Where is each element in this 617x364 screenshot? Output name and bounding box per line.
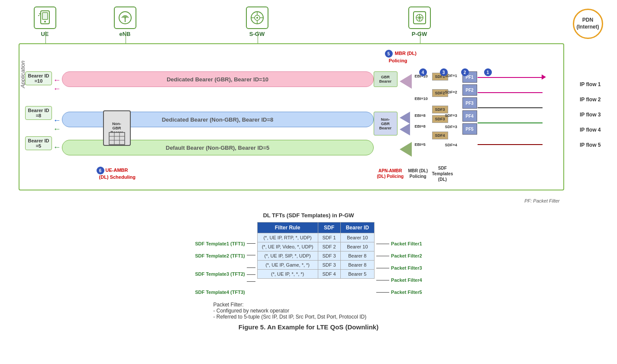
sgw-icon [246, 6, 268, 29]
ebi-5: EBI=5 [415, 142, 426, 147]
table-row: (*, UE IP, Game, *, *) SDF 3 Bearer 8 [257, 261, 374, 270]
pf-note-title: Packet Filter: [213, 302, 439, 308]
flow3-line [478, 107, 543, 108]
conn-2 [247, 255, 255, 255]
flow1-arrow [542, 74, 546, 80]
cell-bearer-1: Bearer 10 [340, 233, 374, 242]
mbr-dl-policing-label: MBR (DL)Policing [408, 168, 428, 179]
ip-flow-5-label: IP flow 5 [580, 142, 601, 148]
cell-bearer-5: Bearer 5 [340, 270, 374, 279]
apn-ambr-label: APN-AMBR(DL) Policing [377, 168, 404, 179]
svg-rect-1 [42, 13, 48, 19]
bearer-id-3: Bearer ID=5 [25, 136, 52, 150]
step2-area: 2 [461, 68, 469, 76]
ue-vline [45, 31, 46, 43]
nongbr-bearer-pgw: Non-GBRBearer [374, 112, 397, 135]
pf-note-line2: - Referred to 5-tuple (Src IP, Dst IP, S… [213, 314, 439, 320]
pdn-circle: PDN (Internet) [573, 9, 603, 39]
gbr-bearer-pgw: GBRBearer [374, 71, 397, 87]
flow-arrow-bearer3-left: ← [53, 143, 61, 152]
sdf-r4: SDF=3 [445, 125, 457, 129]
cell-filter-3: (*, UE IP, SIP, *, UDP) [257, 251, 318, 261]
node-ue: UE [34, 6, 56, 37]
sdf-box-5: SDF4 [432, 132, 448, 139]
node-enb: eNB [114, 6, 136, 37]
ue-icon [34, 6, 56, 29]
table-title: DL TFTs (SDF Templates) in P-GW [92, 212, 525, 219]
triangle-bearer2b [400, 123, 410, 135]
pf5: PF5 [462, 123, 477, 135]
conn-1 [247, 243, 255, 244]
ebi-4: EBI=8 [415, 124, 426, 129]
step5-area: 5 MBR (DL) Policing [385, 50, 417, 64]
flow1-line [478, 77, 543, 78]
col-sdf: SDF [318, 222, 340, 233]
pf-labels-right: Packet Filter1 Packet Filter2 Packet Fil… [376, 222, 422, 298]
pf-right-conn-5: Packet Filter5 [376, 286, 422, 298]
svg-point-2 [44, 21, 46, 23]
bearer-bar-1: Dedicated Bearer (GBR), Bearer ID=10 [62, 71, 374, 87]
triangle-bearer1 [400, 74, 412, 89]
figure-caption: Figure 5. An Example for LTE QoS (Downli… [4, 323, 613, 331]
node-pgw: P-GW [408, 6, 431, 37]
tft-label-1: SDF Template1 (TFT1) [195, 238, 245, 250]
pf-right-conn-2: Packet Filter2 [376, 250, 422, 262]
flow4-line [478, 122, 543, 123]
tft-labels-left: SDF Template1 (TFT1) SDF Template2 (TFT1… [195, 222, 245, 298]
table-row: (*, UE IP, Video, *, UDP) SDF 2 Bearer 1… [257, 242, 374, 251]
pf-right-conn-3: Packet Filter3 [376, 262, 422, 274]
step1-area: 1 [484, 68, 492, 76]
cell-filter-5: (*, UE IP, *, *, *) [257, 270, 318, 279]
sdf-r2: SDF=2 [445, 90, 457, 94]
flow2-line [478, 92, 543, 93]
pf-column: PF1 PF2 PF3 PF4 PF5 [462, 71, 477, 135]
step2-badge: 2 [461, 68, 469, 76]
cell-bearer-4: Bearer 8 [340, 261, 374, 270]
cell-sdf-5: SDF 4 [318, 270, 340, 279]
ip-flow-4-label: IP flow 4 [580, 127, 601, 133]
svg-rect-4 [38, 15, 39, 16]
pf3: PF3 [462, 97, 477, 109]
pf-line-4 [376, 280, 389, 280]
flow-arrow-bearer2-left: ← [53, 116, 61, 125]
sdf-r3: SDF=3 [445, 113, 457, 118]
pf-line-3 [376, 268, 389, 268]
tft-label-3: SDF Template3 (TFT2) [195, 262, 245, 286]
ebi-2: EBI=10 [415, 97, 428, 101]
pf-line-1 [376, 244, 389, 244]
step4-badge: 4 [419, 68, 427, 76]
diagram-area: UE eNB [10, 4, 607, 208]
pgw-vline [420, 31, 420, 43]
conn-5 [247, 281, 255, 282]
triangle-bearer2a [400, 112, 410, 124]
svg-rect-3 [39, 13, 41, 14]
table-row: (*, UE IP, RTP, *, UDP) SDF 1 Bearer 10 [257, 233, 374, 242]
pf2: PF2 [462, 84, 477, 96]
tft-label-2: SDF Template2 (TFT1) [195, 250, 245, 262]
cell-bearer-3: Bearer 8 [340, 251, 374, 261]
enb-icon [114, 6, 136, 29]
flow5-line [478, 144, 543, 145]
ip-flow-3-label: IP flow 3 [580, 112, 601, 118]
svg-point-6 [124, 17, 126, 19]
ue-ambr-label: 6 UE-AMBR (DL) Scheduling [97, 167, 136, 180]
conn-4 [247, 274, 255, 275]
bearer-id-2: Bearer ID=8 [25, 106, 52, 120]
tft-label-4: SDF Template4 (TFT3) [195, 286, 245, 298]
ue-label: UE [41, 31, 48, 37]
cell-filter-2: (*, UE IP, Video, *, UDP) [257, 242, 318, 251]
step3-badge: 3 [440, 68, 448, 76]
sdf-r5: SDF=4 [445, 143, 457, 147]
sdf-column: SDF1 SDF2 SDF3 SDF3 SDF4 [432, 73, 448, 139]
cell-sdf-4: SDF 3 [318, 261, 340, 270]
cell-sdf-1: SDF 1 [318, 233, 340, 242]
pf-right-conn-1: Packet Filter1 [376, 238, 422, 250]
ip-flow-1-label: IP flow 1 [580, 81, 601, 87]
conn-3 [247, 267, 255, 268]
pf-note-line1: - Configured by network operator [213, 308, 439, 314]
col-filter-rule: Filter Rule [257, 222, 318, 233]
flow-arrow-bearer2-left2: ← [53, 125, 61, 134]
step6-badge: 6 [97, 167, 104, 174]
pf-right-label-4: Packet Filter4 [391, 277, 422, 283]
cell-sdf-3: SDF 3 [318, 251, 340, 261]
